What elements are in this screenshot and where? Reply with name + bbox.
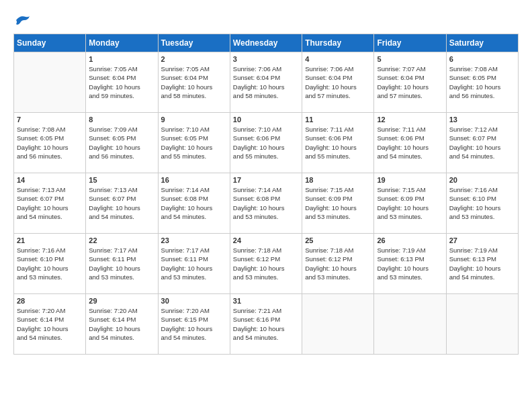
calendar-cell: 10Sunrise: 7:10 AMSunset: 6:06 PMDayligh… bbox=[230, 113, 302, 173]
calendar-cell bbox=[374, 294, 446, 355]
day-header-monday: Monday bbox=[86, 34, 158, 52]
day-info: Sunrise: 7:05 AMSunset: 6:04 PMDaylight:… bbox=[89, 64, 154, 100]
day-number: 13 bbox=[449, 116, 515, 124]
calendar-cell: 18Sunrise: 7:15 AMSunset: 6:09 PMDayligh… bbox=[302, 173, 374, 234]
calendar-cell bbox=[446, 294, 518, 355]
calendar-cell: 20Sunrise: 7:16 AMSunset: 6:10 PMDayligh… bbox=[446, 173, 518, 234]
calendar-cell: 15Sunrise: 7:13 AMSunset: 6:07 PMDayligh… bbox=[86, 173, 158, 234]
calendar-week-row: 1Sunrise: 7:05 AMSunset: 6:04 PMDaylight… bbox=[14, 52, 519, 113]
day-header-friday: Friday bbox=[374, 34, 446, 52]
calendar-cell: 24Sunrise: 7:18 AMSunset: 6:12 PMDayligh… bbox=[230, 234, 302, 294]
day-header-tuesday: Tuesday bbox=[158, 34, 230, 52]
day-number: 12 bbox=[377, 116, 443, 124]
day-number: 21 bbox=[17, 236, 83, 244]
calendar-cell: 30Sunrise: 7:20 AMSunset: 6:15 PMDayligh… bbox=[158, 294, 230, 355]
day-number: 3 bbox=[233, 55, 299, 63]
day-info: Sunrise: 7:11 AMSunset: 6:06 PMDaylight:… bbox=[377, 125, 443, 161]
day-info: Sunrise: 7:10 AMSunset: 6:05 PMDaylight:… bbox=[161, 125, 227, 161]
calendar-cell: 12Sunrise: 7:11 AMSunset: 6:06 PMDayligh… bbox=[374, 113, 446, 173]
day-number: 14 bbox=[17, 176, 83, 184]
day-info: Sunrise: 7:14 AMSunset: 6:08 PMDaylight:… bbox=[161, 185, 227, 221]
calendar-week-row: 14Sunrise: 7:13 AMSunset: 6:07 PMDayligh… bbox=[14, 173, 519, 234]
logo-bird-icon bbox=[15, 13, 31, 27]
day-number: 11 bbox=[305, 116, 371, 124]
day-info: Sunrise: 7:17 AMSunset: 6:11 PMDaylight:… bbox=[89, 246, 154, 281]
calendar-cell: 23Sunrise: 7:17 AMSunset: 6:11 PMDayligh… bbox=[158, 234, 230, 294]
calendar-cell: 2Sunrise: 7:05 AMSunset: 6:04 PMDaylight… bbox=[158, 52, 230, 113]
day-number: 22 bbox=[89, 236, 154, 244]
calendar-cell: 25Sunrise: 7:18 AMSunset: 6:12 PMDayligh… bbox=[302, 234, 374, 294]
day-number: 26 bbox=[377, 236, 443, 244]
day-number: 29 bbox=[89, 297, 154, 305]
calendar-cell: 14Sunrise: 7:13 AMSunset: 6:07 PMDayligh… bbox=[14, 173, 86, 234]
day-info: Sunrise: 7:18 AMSunset: 6:12 PMDaylight:… bbox=[233, 246, 299, 281]
calendar-cell: 27Sunrise: 7:19 AMSunset: 6:13 PMDayligh… bbox=[446, 234, 518, 294]
day-info: Sunrise: 7:21 AMSunset: 6:16 PMDaylight:… bbox=[233, 306, 299, 342]
page-header bbox=[13, 13, 519, 27]
day-number: 24 bbox=[233, 236, 299, 244]
day-info: Sunrise: 7:13 AMSunset: 6:07 PMDaylight:… bbox=[89, 185, 154, 221]
day-number: 7 bbox=[17, 116, 83, 124]
day-number: 15 bbox=[89, 176, 154, 184]
day-info: Sunrise: 7:20 AMSunset: 6:15 PMDaylight:… bbox=[161, 306, 227, 342]
day-info: Sunrise: 7:08 AMSunset: 6:05 PMDaylight:… bbox=[449, 64, 515, 100]
day-info: Sunrise: 7:19 AMSunset: 6:13 PMDaylight:… bbox=[377, 246, 443, 281]
calendar-cell: 17Sunrise: 7:14 AMSunset: 6:08 PMDayligh… bbox=[230, 173, 302, 234]
calendar-cell: 16Sunrise: 7:14 AMSunset: 6:08 PMDayligh… bbox=[158, 173, 230, 234]
logo bbox=[13, 13, 31, 27]
day-info: Sunrise: 7:12 AMSunset: 6:07 PMDaylight:… bbox=[449, 125, 515, 161]
day-header-sunday: Sunday bbox=[14, 34, 86, 52]
day-info: Sunrise: 7:18 AMSunset: 6:12 PMDaylight:… bbox=[305, 246, 371, 281]
day-number: 17 bbox=[233, 176, 299, 184]
calendar-week-row: 28Sunrise: 7:20 AMSunset: 6:14 PMDayligh… bbox=[14, 294, 519, 355]
day-number: 9 bbox=[161, 116, 227, 124]
day-number: 6 bbox=[449, 55, 515, 63]
day-number: 1 bbox=[89, 55, 154, 63]
day-info: Sunrise: 7:20 AMSunset: 6:14 PMDaylight:… bbox=[89, 306, 154, 342]
calendar-cell: 5Sunrise: 7:07 AMSunset: 6:04 PMDaylight… bbox=[374, 52, 446, 113]
day-info: Sunrise: 7:11 AMSunset: 6:06 PMDaylight:… bbox=[305, 125, 371, 161]
calendar-cell: 9Sunrise: 7:10 AMSunset: 6:05 PMDaylight… bbox=[158, 113, 230, 173]
day-info: Sunrise: 7:16 AMSunset: 6:10 PMDaylight:… bbox=[17, 246, 83, 281]
calendar-table: SundayMondayTuesdayWednesdayThursdayFrid… bbox=[13, 34, 519, 355]
day-info: Sunrise: 7:10 AMSunset: 6:06 PMDaylight:… bbox=[233, 125, 299, 161]
day-number: 10 bbox=[233, 116, 299, 124]
day-number: 20 bbox=[449, 176, 515, 184]
calendar-cell bbox=[302, 294, 374, 355]
day-number: 25 bbox=[305, 236, 371, 244]
day-header-thursday: Thursday bbox=[302, 34, 374, 52]
calendar-cell: 7Sunrise: 7:08 AMSunset: 6:05 PMDaylight… bbox=[14, 113, 86, 173]
calendar-cell: 6Sunrise: 7:08 AMSunset: 6:05 PMDaylight… bbox=[446, 52, 518, 113]
day-info: Sunrise: 7:15 AMSunset: 6:09 PMDaylight:… bbox=[305, 185, 371, 221]
day-info: Sunrise: 7:06 AMSunset: 6:04 PMDaylight:… bbox=[233, 64, 299, 100]
calendar-cell: 11Sunrise: 7:11 AMSunset: 6:06 PMDayligh… bbox=[302, 113, 374, 173]
calendar-week-row: 21Sunrise: 7:16 AMSunset: 6:10 PMDayligh… bbox=[14, 234, 519, 294]
calendar-cell: 19Sunrise: 7:15 AMSunset: 6:09 PMDayligh… bbox=[374, 173, 446, 234]
day-number: 18 bbox=[305, 176, 371, 184]
calendar-cell: 13Sunrise: 7:12 AMSunset: 6:07 PMDayligh… bbox=[446, 113, 518, 173]
day-info: Sunrise: 7:14 AMSunset: 6:08 PMDaylight:… bbox=[233, 185, 299, 221]
day-info: Sunrise: 7:08 AMSunset: 6:05 PMDaylight:… bbox=[17, 125, 83, 161]
day-info: Sunrise: 7:06 AMSunset: 6:04 PMDaylight:… bbox=[305, 64, 371, 100]
calendar-cell: 31Sunrise: 7:21 AMSunset: 6:16 PMDayligh… bbox=[230, 294, 302, 355]
calendar-cell: 8Sunrise: 7:09 AMSunset: 6:05 PMDaylight… bbox=[86, 113, 158, 173]
day-info: Sunrise: 7:05 AMSunset: 6:04 PMDaylight:… bbox=[161, 64, 227, 100]
day-info: Sunrise: 7:17 AMSunset: 6:11 PMDaylight:… bbox=[161, 246, 227, 281]
day-info: Sunrise: 7:13 AMSunset: 6:07 PMDaylight:… bbox=[17, 185, 83, 221]
calendar-header-row: SundayMondayTuesdayWednesdayThursdayFrid… bbox=[14, 34, 519, 52]
day-number: 30 bbox=[161, 297, 227, 305]
day-number: 19 bbox=[377, 176, 443, 184]
day-number: 16 bbox=[161, 176, 227, 184]
day-number: 4 bbox=[305, 55, 371, 63]
day-info: Sunrise: 7:15 AMSunset: 6:09 PMDaylight:… bbox=[377, 185, 443, 221]
day-info: Sunrise: 7:07 AMSunset: 6:04 PMDaylight:… bbox=[377, 64, 443, 100]
calendar-cell bbox=[14, 52, 86, 113]
calendar-cell: 21Sunrise: 7:16 AMSunset: 6:10 PMDayligh… bbox=[14, 234, 86, 294]
day-info: Sunrise: 7:19 AMSunset: 6:13 PMDaylight:… bbox=[449, 246, 515, 281]
day-number: 31 bbox=[233, 297, 299, 305]
day-number: 28 bbox=[17, 297, 83, 305]
calendar-cell: 29Sunrise: 7:20 AMSunset: 6:14 PMDayligh… bbox=[86, 294, 158, 355]
calendar-cell: 1Sunrise: 7:05 AMSunset: 6:04 PMDaylight… bbox=[86, 52, 158, 113]
day-info: Sunrise: 7:20 AMSunset: 6:14 PMDaylight:… bbox=[17, 306, 83, 342]
day-info: Sunrise: 7:09 AMSunset: 6:05 PMDaylight:… bbox=[89, 125, 154, 161]
